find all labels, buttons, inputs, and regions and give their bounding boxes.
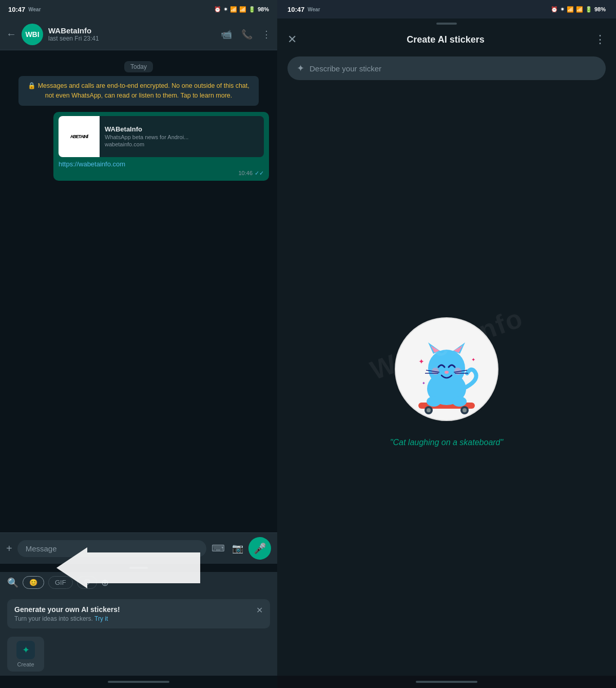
- link-message-container: ↪ ABETAINf WABetaInfo WhatsApp beta news…: [8, 112, 269, 181]
- sticker-panel: 🔍 😊 GIF 🗨 ⊕: [0, 572, 277, 597]
- message-time: 10:46 ✓✓: [59, 170, 264, 177]
- input-placeholder: Describe your sticker: [310, 64, 381, 73]
- link-info: WABetaInfo WhatsApp beta news for Androi…: [100, 116, 194, 157]
- video-call-icon[interactable]: 📹: [221, 29, 232, 40]
- svg-text:✦: ✦: [471, 357, 475, 362]
- ai-sparkle-icon: ✦: [297, 63, 304, 74]
- left-bottom-bar: [0, 676, 277, 688]
- more-options-icon[interactable]: ⋮: [262, 29, 271, 40]
- svg-point-4: [427, 408, 431, 412]
- link-message-bubble: ABETAINf WABetaInfo WhatsApp beta news f…: [53, 112, 269, 181]
- encryption-notice[interactable]: 🔒 Messages and calls are end-to-end encr…: [18, 76, 259, 106]
- avatar: WBI: [22, 24, 43, 45]
- create-sticker-icon: ✦: [16, 641, 35, 659]
- date-badge: Today: [8, 62, 269, 71]
- message-input[interactable]: Message: [17, 540, 206, 557]
- svg-text:✦: ✦: [422, 381, 426, 386]
- svg-point-6: [463, 408, 467, 412]
- contact-name: WABetaInfo: [48, 26, 216, 35]
- right-battery-percent: 98%: [594, 6, 606, 12]
- cat-sticker-image: ✦ ✦ ✦: [390, 313, 503, 426]
- bluetooth-icon: ✴: [223, 6, 228, 13]
- gif-label: GIF: [55, 579, 66, 586]
- promo-card: Generate your own AI stickers! Turn your…: [7, 599, 270, 628]
- battery-percent: 98%: [258, 6, 269, 12]
- sticker-tabs: 🔍 😊 GIF 🗨 ⊕: [7, 576, 270, 589]
- right-battery-icon: 🔋: [585, 6, 592, 13]
- more-options-button[interactable]: ⋮: [594, 33, 606, 46]
- link-image: ABETAINf: [59, 116, 100, 157]
- link-description: WhatsApp beta news for Androi...: [105, 134, 188, 140]
- last-seen: last seen Fri 23:41: [48, 35, 216, 42]
- keyboard-icon[interactable]: ⌨: [211, 543, 225, 554]
- promo-close-button[interactable]: ✕: [256, 605, 263, 615]
- left-panel: 10:47 Wear ⏰ ✴ 📶 📶 🔋 98% ← WBI WABetaInf…: [0, 0, 277, 688]
- right-alarm-icon: ⏰: [551, 6, 558, 13]
- emoji-icon: 😊: [29, 579, 37, 586]
- sticker-caption: "Cat laughing on a skateboard": [390, 438, 503, 447]
- sticker-search-icon[interactable]: 🔍: [7, 577, 18, 588]
- try-it-link[interactable]: Try it: [94, 615, 108, 622]
- create-button-area: ✦ Create: [0, 633, 277, 676]
- right-wifi-icon: 📶: [567, 6, 574, 13]
- link-site: wabetainfo.com: [105, 141, 188, 147]
- chat-info[interactable]: WABetaInfo last seen Fri 23:41: [48, 26, 216, 42]
- promo-title: Generate your own AI stickers!: [14, 605, 120, 614]
- sticker-describe-input[interactable]: ✦ Describe your sticker: [287, 56, 606, 80]
- link-preview-card[interactable]: ABETAINf WABetaInfo WhatsApp beta news f…: [59, 116, 264, 157]
- create-sticker-button[interactable]: ✦ Create: [7, 637, 44, 672]
- camera-icon[interactable]: 📷: [232, 543, 243, 554]
- right-wear-label: Wear: [307, 7, 320, 12]
- right-header: ✕ Create AI stickers ⋮: [277, 27, 616, 52]
- wifi-icon: 📶: [230, 6, 237, 13]
- right-bluetooth-icon: ✴: [560, 6, 565, 13]
- link-title: WABetaInfo: [105, 125, 188, 133]
- promo-card-container: Generate your own AI stickers! Turn your…: [0, 597, 277, 633]
- header-icons: 📹 📞 ⋮: [221, 29, 271, 40]
- left-status-bar: 10:47 Wear ⏰ ✴ 📶 📶 🔋 98%: [0, 0, 277, 18]
- promo-subtitle: Turn your ideas into stickers. Try it: [14, 615, 120, 622]
- chat-header: ← WBI WABetaInfo last seen Fri 23:41 📹 📞…: [0, 18, 277, 50]
- link-url[interactable]: https://wabetainfo.com: [59, 160, 264, 168]
- attach-icon[interactable]: +: [6, 543, 12, 555]
- right-drag-handle: [436, 23, 457, 25]
- left-wear-label: Wear: [28, 7, 41, 12]
- input-right-icons: ⌨ 📷: [211, 543, 243, 554]
- right-time: 10:47: [287, 6, 304, 13]
- svg-point-21: [452, 396, 467, 407]
- home-indicator: [108, 681, 169, 683]
- sticker-tab[interactable]: 🗨: [77, 576, 97, 589]
- sticker-preview-area: ✦ ✦ ✦ "Cat laughing on a skateboard": [277, 84, 616, 676]
- right-panel: WABetaInfo 10:47 Wear ⏰ ✴ 📶 📶 🔋 98% ✕ Cr…: [277, 0, 616, 688]
- promo-text: Generate your own AI stickers! Turn your…: [14, 605, 120, 622]
- chat-body: Today 🔒 Messages and calls are end-to-en…: [0, 50, 277, 532]
- panel-title: Create AI stickers: [407, 34, 484, 45]
- svg-point-20: [427, 396, 441, 407]
- battery-icon: 🔋: [248, 6, 256, 13]
- back-button[interactable]: ←: [6, 28, 16, 40]
- read-ticks: ✓✓: [255, 170, 264, 177]
- svg-text:✦: ✦: [418, 357, 425, 366]
- signal-icon: 📶: [239, 6, 246, 13]
- sparkle-icon: ✦: [22, 644, 30, 656]
- left-status-icons: ⏰ ✴ 📶 📶 🔋 98%: [214, 6, 269, 13]
- mic-icon: 🎤: [254, 542, 266, 555]
- gif-tab[interactable]: GIF: [48, 576, 73, 589]
- svg-point-15: [445, 371, 449, 374]
- add-tab-icon[interactable]: ⊕: [101, 577, 109, 588]
- right-bottom-bar: [277, 676, 616, 688]
- mic-button[interactable]: 🎤: [248, 537, 271, 560]
- emoji-tab[interactable]: 😊: [23, 576, 44, 589]
- alarm-icon: ⏰: [214, 6, 221, 13]
- right-signal-icon: 📶: [576, 6, 583, 13]
- right-home-indicator: [416, 681, 477, 683]
- voice-call-icon[interactable]: 📞: [241, 29, 253, 40]
- close-button[interactable]: ✕: [287, 33, 297, 46]
- left-time: 10:47: [8, 6, 25, 13]
- right-status-bar: 10:47 Wear ⏰ ✴ 📶 📶 🔋 98%: [277, 0, 616, 18]
- message-input-area: + Message ⌨ 📷 🎤: [0, 532, 277, 564]
- create-label: Create: [17, 661, 34, 667]
- sticker-icon: 🗨: [84, 579, 90, 586]
- sticker-input-area: ✦ Describe your sticker: [287, 56, 606, 80]
- drag-handle: [129, 567, 148, 569]
